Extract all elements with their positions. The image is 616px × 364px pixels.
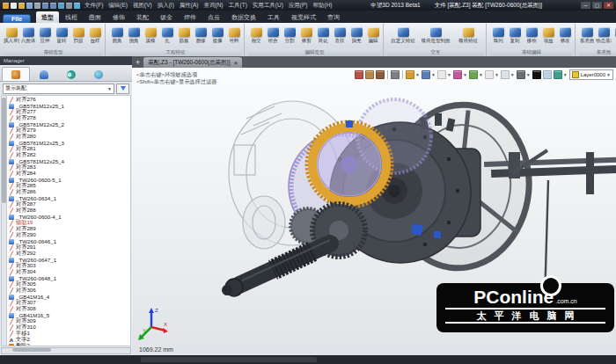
- ribbon-button[interactable]: 分割: [282, 27, 297, 44]
- ribbon-tab-造型[interactable]: 造型: [36, 11, 59, 23]
- help-icon[interactable]: [74, 3, 80, 9]
- scrollbar-thumb[interactable]: [2, 98, 6, 203]
- ribbon-button[interactable]: 筋板: [176, 27, 192, 44]
- ribbon-button[interactable]: 旋转: [54, 27, 70, 44]
- ribbon-button[interactable]: 坯料: [226, 27, 242, 44]
- ribbon-button[interactable]: 抽壳: [348, 27, 364, 44]
- print-icon[interactable]: [34, 3, 40, 9]
- menu-item[interactable]: 视图(V): [133, 0, 152, 11]
- tree-horizontal-scrollbar[interactable]: [1, 347, 131, 354]
- tree-vertical-scrollbar[interactable]: [2, 96, 7, 346]
- move-component-icon[interactable]: [365, 70, 374, 79]
- ribbon-tab-线框[interactable]: 线框: [60, 11, 83, 23]
- ribbon-button[interactable]: 阵列: [490, 27, 506, 44]
- tree-item[interactable]: ╱对齐284: [9, 171, 130, 177]
- chevron-down-icon[interactable]: ▼: [526, 72, 531, 77]
- shaded-display-icon[interactable]: [406, 70, 414, 79]
- tree-item[interactable]: ╱对齐286: [9, 189, 130, 195]
- display-settings-icon[interactable]: [517, 70, 525, 79]
- material-swatch[interactable]: [543, 70, 552, 79]
- chevron-down-icon[interactable]: ▼: [563, 72, 568, 77]
- ribbon-tab-修饰[interactable]: 修饰: [107, 11, 130, 23]
- tree-item[interactable]: ╱对齐282: [9, 152, 130, 158]
- menu-item[interactable]: 文件(F): [84, 0, 103, 11]
- tab-visibility-manager[interactable]: [58, 68, 84, 81]
- tab-browser[interactable]: [85, 68, 112, 81]
- ribbon-button[interactable]: 拔模: [143, 27, 158, 44]
- ribbon-button[interactable]: 缩放: [540, 27, 556, 44]
- standard-view-icon[interactable]: [469, 70, 478, 79]
- open-file-icon[interactable]: [18, 3, 25, 9]
- menu-item[interactable]: 查询(N): [203, 0, 223, 11]
- background-color-swatch[interactable]: [532, 70, 541, 79]
- ribbon-button[interactable]: 拉伸: [37, 27, 53, 44]
- redo-icon[interactable]: [50, 3, 56, 9]
- multi-window-icon[interactable]: [501, 70, 510, 79]
- align-constraint-icon[interactable]: [355, 70, 363, 79]
- ribbon-tab-钣金[interactable]: 钣金: [155, 11, 178, 23]
- ribbon-button[interactable]: 放样: [87, 27, 103, 44]
- ribbon-button[interactable]: 模块造型到面: [420, 27, 451, 44]
- ribbon-button[interactable]: 模块特征: [452, 27, 484, 44]
- ribbon-button[interactable]: 基准面: [579, 27, 595, 44]
- close-button[interactable]: ✕: [604, 2, 613, 9]
- tree-item[interactable]: ╱对齐278: [9, 115, 130, 121]
- close-tab-icon[interactable]: ✕: [233, 60, 238, 66]
- ribbon-tab-查询[interactable]: 查询: [322, 11, 345, 23]
- ribbon-tab-视觉样式[interactable]: 视觉样式: [286, 11, 321, 23]
- chevron-down-icon[interactable]: ▼: [479, 72, 483, 77]
- chevron-down-icon[interactable]: ▼: [463, 72, 467, 77]
- ribbon-button[interactable]: 移动: [524, 27, 539, 44]
- ribbon-button[interactable]: 复制: [507, 27, 523, 44]
- regen-assembly-icon[interactable]: [391, 70, 400, 79]
- ribbon-button[interactable]: 六面体: [20, 27, 36, 44]
- render-mode-icon[interactable]: [453, 70, 462, 79]
- new-file-icon[interactable]: [11, 3, 17, 9]
- ribbon-button[interactable]: 镜像: [209, 27, 225, 44]
- tree-filter-dropdown[interactable]: 显示装配 ▼: [3, 84, 114, 94]
- tree-item[interactable]: ╱对齐308: [9, 306, 130, 312]
- filter-button[interactable]: [116, 84, 129, 94]
- ribbon-button[interactable]: 自定义特征: [387, 27, 419, 44]
- regen-icon[interactable]: [58, 3, 64, 9]
- menu-item[interactable]: 属性(A): [180, 0, 199, 11]
- ribbon-button[interactable]: 组合: [265, 27, 281, 44]
- tree-item[interactable]: ╱对齐288: [9, 207, 130, 214]
- tree-item[interactable]: 删除2: [9, 343, 130, 346]
- tab-assembly-manager[interactable]: [2, 67, 30, 81]
- environment-icon[interactable]: [554, 70, 562, 79]
- wireframe-display-icon[interactable]: [422, 70, 430, 79]
- maximize-button[interactable]: ▢: [592, 2, 602, 9]
- ribbon-button[interactable]: 修剪: [298, 27, 314, 44]
- ribbon-button[interactable]: 简化: [315, 27, 331, 44]
- ribbon-tab-曲面[interactable]: 曲面: [84, 11, 106, 23]
- ribbon-button[interactable]: 插入草图: [4, 27, 19, 44]
- ribbon-button[interactable]: 直纹: [332, 27, 348, 44]
- hidden-line-icon[interactable]: [437, 70, 446, 79]
- tree-item[interactable]: ╱对齐292: [9, 251, 130, 257]
- new-document-tab-button[interactable]: +: [136, 57, 140, 68]
- ribbon-button[interactable]: 扫掠: [70, 27, 86, 44]
- chevron-down-icon[interactable]: ▼: [495, 72, 499, 77]
- ribbon-button[interactable]: 动态基准面: [596, 27, 612, 44]
- chevron-down-icon[interactable]: ▼: [510, 72, 515, 77]
- minimize-button[interactable]: ─: [581, 2, 590, 9]
- 3d-viewport[interactable]: <单击右键>环境敏感选项 <Shift+单击右键>显示选择过滤器 ▼▼▼▼▼▼▼…: [132, 68, 616, 355]
- tree-item[interactable]: ╱对齐304: [9, 269, 130, 275]
- ribbon-tab-焊件[interactable]: 焊件: [179, 11, 202, 23]
- tree-item[interactable]: ╱对齐276: [9, 97, 130, 103]
- ribbon-button[interactable]: 倒角: [126, 27, 142, 44]
- layer-selector[interactable]: Layer0000 ▼: [569, 69, 613, 80]
- save-icon[interactable]: [26, 3, 33, 9]
- app-logo-icon[interactable]: [3, 3, 9, 9]
- ribbon-tab-点云[interactable]: 点云: [202, 11, 225, 23]
- ribbon-tab-数据交换[interactable]: 数据交换: [226, 11, 261, 23]
- menu-item[interactable]: 编辑(E): [108, 0, 128, 11]
- ribbon-button[interactable]: 孔: [159, 27, 175, 44]
- chevron-down-icon[interactable]: ▼: [447, 72, 451, 77]
- ribbon-button[interactable]: 相交: [248, 27, 264, 44]
- ribbon-button[interactable]: 坐标: [612, 27, 616, 44]
- menu-item[interactable]: 实用工具(U): [253, 0, 283, 11]
- ribbon-tab-工具[interactable]: 工具: [262, 11, 285, 23]
- output-shaft[interactable]: [222, 240, 330, 296]
